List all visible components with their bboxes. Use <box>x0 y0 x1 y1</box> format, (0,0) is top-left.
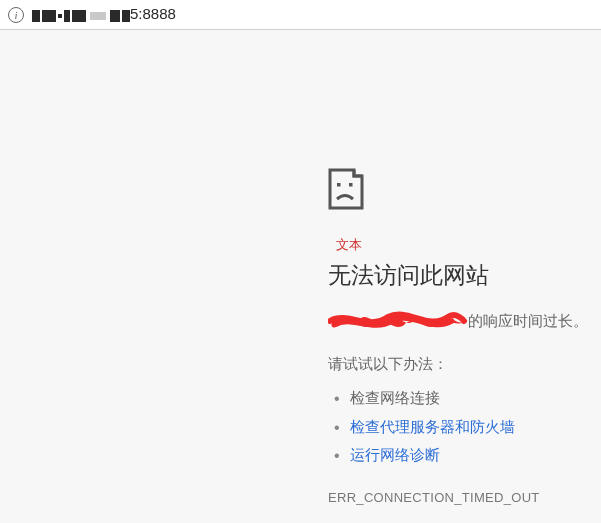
redacted-host-scribble <box>328 309 468 333</box>
sad-page-icon <box>328 168 601 214</box>
url-text: 5:8888 <box>32 5 176 23</box>
error-message: 的响应时间过长。 <box>328 309 601 333</box>
svg-rect-5 <box>90 12 106 20</box>
svg-rect-0 <box>32 10 40 22</box>
error-code: ERR_CONNECTION_TIMED_OUT <box>328 490 601 505</box>
suggestion-check-connection: 检查网络连接 <box>350 384 601 413</box>
svg-rect-3 <box>64 10 70 22</box>
svg-rect-9 <box>349 183 353 187</box>
error-message-suffix: 的响应时间过长。 <box>468 312 588 331</box>
svg-rect-2 <box>58 14 62 18</box>
suggestions-list: 检查网络连接 检查代理服务器和防火墙 运行网络诊断 <box>328 384 601 470</box>
info-icon[interactable]: i <box>8 7 24 23</box>
url-visible-suffix: 5:8888 <box>130 5 176 22</box>
error-title: 无法访问此网站 <box>328 260 601 291</box>
try-label: 请试试以下办法： <box>328 355 601 374</box>
address-bar[interactable]: i 5:8888 <box>0 0 601 30</box>
error-content: 文本 无法访问此网站 的响应时间过长。 请试试以下办法： 检查网络连接 检查代理… <box>328 168 601 505</box>
svg-rect-4 <box>72 10 86 22</box>
svg-rect-1 <box>42 10 56 22</box>
text-annotation-label: 文本 <box>328 236 601 254</box>
url-redacted-portion <box>32 8 130 24</box>
svg-rect-8 <box>337 183 341 187</box>
error-page: 文本 无法访问此网站 的响应时间过长。 请试试以下办法： 检查网络连接 检查代理… <box>0 30 601 523</box>
svg-rect-7 <box>122 10 130 22</box>
suggestion-run-diagnostics[interactable]: 运行网络诊断 <box>350 441 601 470</box>
suggestion-check-proxy-firewall[interactable]: 检查代理服务器和防火墙 <box>350 413 601 442</box>
svg-rect-6 <box>110 10 120 22</box>
